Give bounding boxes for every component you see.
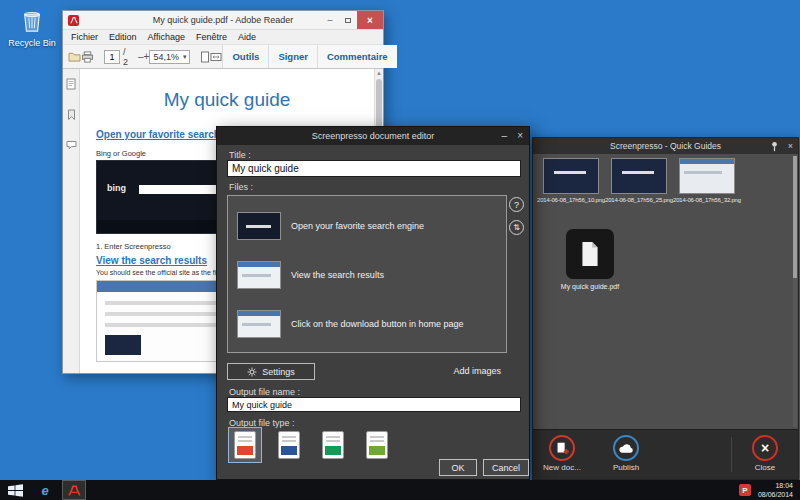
close-button[interactable]: × bbox=[788, 141, 793, 151]
thumb-detail bbox=[246, 225, 271, 228]
system-tray: P 18:04 08/06/2014 bbox=[739, 481, 800, 499]
fit-page-button[interactable] bbox=[200, 48, 210, 66]
internet-explorer-icon[interactable]: e bbox=[34, 480, 56, 500]
print-button[interactable] bbox=[81, 48, 94, 66]
maximize-button[interactable] bbox=[339, 11, 357, 29]
recycle-bin[interactable]: Recycle Bin bbox=[6, 8, 58, 48]
cloud-upload-icon bbox=[613, 435, 639, 461]
clock-time: 18:04 bbox=[775, 482, 793, 489]
new-document-icon bbox=[549, 435, 575, 461]
title-input[interactable] bbox=[227, 160, 521, 177]
capture-thumbnail[interactable] bbox=[543, 158, 599, 194]
thumb-detail bbox=[238, 262, 280, 267]
help-button[interactable]: ? bbox=[509, 197, 524, 212]
quick-guides-scrollbar[interactable] bbox=[793, 156, 797, 427]
output-type-html[interactable] bbox=[317, 428, 349, 462]
capture-thumbnails: 2014-06-08_17h56_10.png 2014-06-08_17h56… bbox=[537, 158, 741, 203]
tools-panel-button[interactable]: Outils bbox=[222, 45, 268, 68]
capture-thumbnail[interactable] bbox=[679, 158, 735, 194]
sign-panel-button[interactable]: Signer bbox=[268, 45, 317, 68]
file-label: Open your favorite search engine bbox=[291, 221, 424, 231]
new-doc-label: New doc... bbox=[533, 463, 591, 472]
open-file-button[interactable] bbox=[68, 48, 81, 66]
file-row[interactable]: Click on the download button in home pag… bbox=[228, 299, 506, 348]
pdf-file-icon bbox=[234, 431, 256, 459]
adobe-reader-icon bbox=[68, 484, 81, 496]
adobe-titlebar[interactable]: My quick guide.pdf - Adobe Reader – × bbox=[63, 11, 383, 30]
close-label: Close bbox=[736, 463, 794, 472]
files-label: Files : bbox=[229, 182, 253, 192]
output-type-pdf[interactable] bbox=[229, 428, 261, 462]
editor-titlebar[interactable]: Screenpresso document editor – × bbox=[217, 127, 529, 145]
screenpresso-quick-guides-window: Screenpresso - Quick Guides × 2014-06-08… bbox=[532, 137, 799, 480]
close-button[interactable]: × bbox=[517, 131, 523, 141]
comments-panel-icon[interactable] bbox=[66, 136, 77, 154]
capture-thumbnail[interactable] bbox=[611, 158, 667, 194]
cancel-button[interactable]: Cancel bbox=[483, 459, 529, 476]
start-button[interactable] bbox=[2, 480, 28, 500]
document-step-text: 1. Enter Screenpresso bbox=[96, 242, 171, 251]
capture-filename: 2014-06-08_17h56_25.png bbox=[605, 197, 673, 203]
ok-button[interactable]: OK bbox=[439, 459, 477, 476]
comment-panel-button[interactable]: Commentaire bbox=[317, 45, 397, 68]
quick-guides-titlebar[interactable]: Screenpresso - Quick Guides × bbox=[533, 138, 798, 154]
file-row[interactable]: Open your favorite search engine bbox=[228, 201, 506, 250]
pdf-document-item[interactable] bbox=[566, 229, 614, 279]
doc-file-icon bbox=[278, 431, 300, 459]
icon-detail bbox=[282, 436, 296, 438]
minimize-button[interactable]: – bbox=[321, 11, 339, 29]
png-file-icon bbox=[366, 431, 388, 459]
icon-detail bbox=[237, 446, 253, 455]
capture-item[interactable]: 2014-06-08_17h56_25.png bbox=[605, 158, 673, 203]
maximize-icon bbox=[345, 18, 351, 23]
recycle-bin-icon bbox=[20, 19, 44, 36]
file-thumbnail bbox=[237, 261, 281, 289]
quick-guides-actionbar: New doc... Publish × Close bbox=[533, 429, 798, 479]
menu-aide[interactable]: Aide bbox=[238, 32, 256, 42]
bookmarks-panel-icon[interactable] bbox=[67, 106, 76, 124]
reorder-button[interactable]: ⇅ bbox=[509, 220, 524, 235]
editor-title: Screenpresso document editor bbox=[217, 131, 529, 141]
file-row[interactable]: View the search results bbox=[228, 250, 506, 299]
output-type-row bbox=[229, 428, 393, 462]
close-quick-guides-button[interactable]: × Close bbox=[736, 432, 794, 472]
thumb-detail bbox=[622, 171, 654, 174]
output-type-png[interactable] bbox=[361, 428, 393, 462]
capture-filename: 2014-06-08_17h56_32.png bbox=[673, 197, 741, 203]
scrollbar-thumb[interactable] bbox=[793, 156, 797, 278]
icon-detail bbox=[281, 446, 297, 455]
publish-button[interactable]: Publish bbox=[597, 432, 655, 472]
new-doc-button[interactable]: New doc... bbox=[533, 432, 591, 472]
menu-affichage[interactable]: Affichage bbox=[148, 32, 185, 42]
adobe-reader-taskbar-button[interactable] bbox=[62, 480, 86, 500]
menu-edition[interactable]: Edition bbox=[109, 32, 137, 42]
capture-item[interactable]: 2014-06-08_17h56_10.png bbox=[537, 158, 605, 203]
zoom-select[interactable]: 54,1% ▾ bbox=[149, 50, 190, 64]
screenpresso-tray-icon[interactable]: P bbox=[739, 484, 751, 496]
menu-fenetre[interactable]: Fenêtre bbox=[196, 32, 227, 42]
fit-width-button[interactable] bbox=[210, 48, 222, 66]
add-images-button[interactable]: Add images bbox=[453, 366, 501, 376]
taskbar-clock[interactable]: 18:04 08/06/2014 bbox=[758, 481, 793, 499]
document-heading-2: View the search results bbox=[96, 255, 207, 266]
page-number-input[interactable] bbox=[104, 50, 120, 64]
files-list[interactable]: Open your favorite search engine View th… bbox=[227, 195, 507, 353]
menu-fichier[interactable]: Fichier bbox=[71, 32, 98, 42]
capture-item[interactable]: 2014-06-08_17h56_32.png bbox=[673, 158, 741, 203]
document-title-text: My quick guide bbox=[80, 89, 374, 111]
close-circle-icon: × bbox=[752, 435, 778, 461]
scroll-up-icon[interactable]: ▲ bbox=[375, 70, 383, 76]
thumb-detail bbox=[684, 171, 722, 174]
minimize-button[interactable]: – bbox=[502, 131, 508, 141]
toolbar-panels: Outils Signer Commentaire bbox=[222, 45, 396, 68]
taskbar: e P 18:04 08/06/2014 bbox=[0, 480, 800, 500]
pin-icon[interactable] bbox=[770, 141, 779, 152]
close-button[interactable]: × bbox=[357, 11, 383, 29]
page-thumbnails-icon[interactable] bbox=[66, 76, 76, 94]
output-type-doc[interactable] bbox=[273, 428, 305, 462]
settings-button[interactable]: Settings bbox=[227, 363, 315, 380]
results-thumbnail bbox=[105, 335, 141, 355]
file-label: Click on the download button in home pag… bbox=[291, 319, 464, 329]
output-name-input[interactable] bbox=[227, 397, 521, 412]
settings-label: Settings bbox=[262, 367, 295, 377]
